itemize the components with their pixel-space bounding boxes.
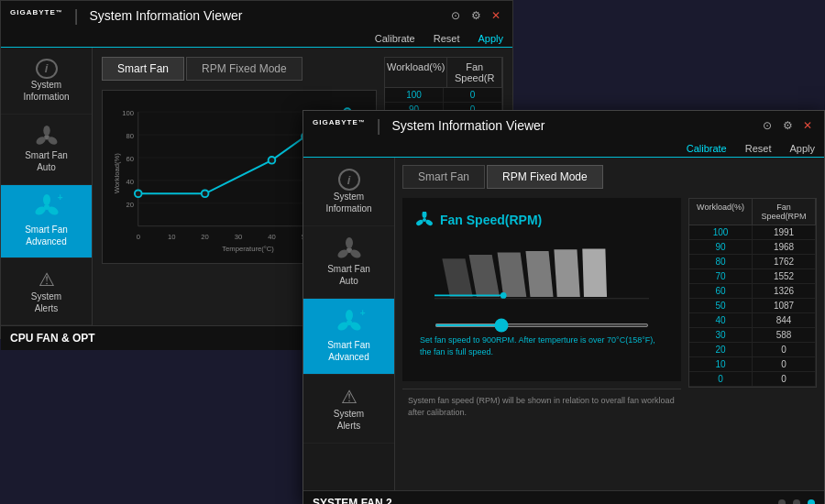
svg-marker-47: [442, 258, 472, 297]
workload-100-1: 100: [385, 88, 444, 102]
rpm-row-100-2: 100 1991: [689, 225, 816, 240]
reset-button-1[interactable]: Reset: [434, 33, 460, 44]
info-icon-1[interactable]: ⊙: [448, 8, 463, 23]
rpm-row-70-2: 70 1552: [689, 269, 816, 284]
calibrate-button-2[interactable]: Calibrate: [687, 143, 727, 154]
fan-advanced-icon-1: [34, 194, 60, 220]
fanspeed-col-header-2: Fan Speed(RPM: [753, 199, 816, 225]
toolbar-2: Calibrate Reset Apply: [303, 140, 824, 158]
rpm-row-30-2: 30 588: [689, 328, 816, 343]
settings-icon-2[interactable]: ⚙: [780, 118, 795, 133]
fan-advanced-icon-2: [336, 310, 362, 335]
apply-button-1[interactable]: Apply: [478, 33, 503, 44]
svg-point-28: [202, 190, 209, 197]
rpm-row-40-2: 40 844: [689, 313, 816, 328]
settings-icon-1[interactable]: ⚙: [468, 8, 483, 23]
info-icon-2[interactable]: ⊙: [760, 118, 775, 133]
tab-rpm-fixed-1[interactable]: RPM Fixed Mode: [186, 57, 302, 81]
slider-area-2: [434, 314, 649, 331]
svg-point-1: [43, 126, 50, 136]
sidebar-item-system-info-1[interactable]: i SystemInformation: [1, 48, 92, 115]
workload-0-2: 0: [689, 372, 753, 386]
fan-bars-svg-2: [434, 237, 649, 311]
reset-button-2[interactable]: Reset: [745, 143, 772, 154]
svg-marker-49: [498, 253, 527, 297]
tab-rpm-fixed-2[interactable]: RPM Fixed Mode: [487, 165, 603, 189]
rpm-slider-2[interactable]: [434, 323, 649, 327]
alert-icon-2: ⚠: [341, 386, 358, 408]
rpm-row-50-2: 50 1087: [689, 299, 816, 313]
tabs-2: Smart Fan RPM Fixed Mode: [402, 165, 817, 189]
svg-text:40: 40: [268, 233, 276, 241]
speed-10-2: 0: [753, 357, 816, 371]
svg-marker-52: [582, 248, 607, 297]
svg-text:20: 20: [126, 201, 134, 209]
fan-title-icon-2: [416, 212, 433, 228]
svg-point-27: [135, 190, 142, 197]
workload-60-2: 60: [689, 284, 753, 298]
sidebar-item-smart-fan-auto-2[interactable]: Smart FanAuto: [303, 226, 394, 299]
dot-3-2[interactable]: [808, 499, 815, 504]
fan-auto-icon-2: [336, 237, 362, 263]
sidebar-label-system-1: SystemInformation: [23, 79, 69, 103]
sidebar-item-system-info-2[interactable]: i SystemInformation: [303, 158, 394, 226]
sidebar-item-smart-fan-advanced-2[interactable]: + Smart FanAdvanced: [303, 299, 394, 375]
close-icon-2[interactable]: ✕: [800, 118, 815, 133]
rpm-row-90-2: 90 1968: [689, 240, 816, 255]
tabs-1: Smart Fan RPM Fixed Mode: [102, 57, 377, 81]
sidebar-label-alerts-2: SystemAlerts: [334, 408, 364, 432]
info-circle-icon-1: i: [36, 59, 58, 79]
speed-100-2: 1991: [753, 225, 816, 239]
content-columns-2: Fan Speed(RPM): [402, 198, 817, 479]
sidebar-1: i SystemInformation Smart FanAuto: [1, 48, 93, 325]
svg-text:10: 10: [168, 233, 176, 241]
sidebar-item-alerts-2[interactable]: ⚠ SystemAlerts: [303, 375, 394, 444]
sidebar-item-smart-fan-auto-1[interactable]: Smart FanAuto: [1, 115, 92, 185]
tab-smart-fan-2[interactable]: Smart Fan: [402, 165, 485, 189]
calibration-note-2: System fan speed (RPM) will be shown in …: [402, 389, 681, 423]
rpm-header-1: Workload(%) Fan Speed(R: [385, 58, 502, 88]
sidebar-item-smart-fan-advanced-1[interactable]: + Smart FanAdvanced: [1, 185, 92, 259]
speed-80-2: 1762: [753, 255, 816, 268]
sidebar-label-fan-advanced-2: Smart FanAdvanced: [327, 339, 370, 363]
sidebar-label-fan-auto-2: Smart FanAuto: [327, 263, 370, 287]
tab-smart-fan-1[interactable]: Smart Fan: [102, 57, 184, 81]
fan-info-note-2: Set fan speed to 900RPM. After tempertur…: [420, 334, 664, 357]
workload-80-2: 80: [689, 255, 753, 268]
apply-button-2[interactable]: Apply: [789, 143, 815, 154]
sidebar-item-alerts-1[interactable]: ⚠ SystemAlerts: [1, 258, 92, 325]
rpm-row-20-2: 20 0: [689, 343, 816, 357]
rpm-row-100-1: 100 0: [385, 88, 502, 103]
svg-marker-50: [525, 251, 553, 297]
speed-30-2: 588: [753, 328, 816, 342]
sidebar-label-fan-auto-1: Smart FanAuto: [25, 149, 68, 173]
workload-50-2: 50: [689, 299, 753, 312]
title-divider-2: |: [377, 116, 381, 136]
rpm-header-2: Workload(%) Fan Speed(RPM: [689, 199, 816, 225]
calibrate-button-1[interactable]: Calibrate: [375, 33, 415, 44]
window-controls-2: ⊙ ⚙ ✕: [760, 118, 815, 133]
svg-text:0: 0: [137, 233, 140, 241]
sidebar-2: i SystemInformation Smart FanAuto: [303, 158, 395, 490]
logo-1: GIGABYTE™: [10, 8, 63, 22]
svg-point-36: [346, 237, 353, 248]
workload-100-2: 100: [689, 225, 753, 239]
workload-40-2: 40: [689, 313, 753, 327]
svg-text:Workload(%): Workload(%): [113, 153, 121, 194]
svg-point-29: [269, 157, 276, 164]
svg-text:40: 40: [126, 178, 134, 186]
dot-1-2[interactable]: [778, 499, 786, 504]
rpm-row-80-2: 80 1762: [689, 255, 816, 269]
svg-point-40: [346, 310, 353, 321]
speed-50-2: 1087: [753, 299, 816, 312]
rpm-row-60-2: 60 1326: [689, 284, 816, 299]
close-icon-1[interactable]: ✕: [489, 8, 503, 23]
dot-2-2[interactable]: [793, 499, 800, 504]
sidebar-label-alerts-1: SystemAlerts: [31, 290, 61, 314]
sidebar-label-system-2: SystemInformation: [325, 191, 371, 214]
svg-marker-48: [469, 255, 500, 297]
speed-90-2: 1968: [753, 240, 816, 254]
titlebar-2: GIGABYTE™ | System Information Viewer ⊙ …: [303, 111, 824, 140]
svg-point-5: [43, 194, 50, 205]
workload-30-2: 30: [689, 328, 753, 342]
